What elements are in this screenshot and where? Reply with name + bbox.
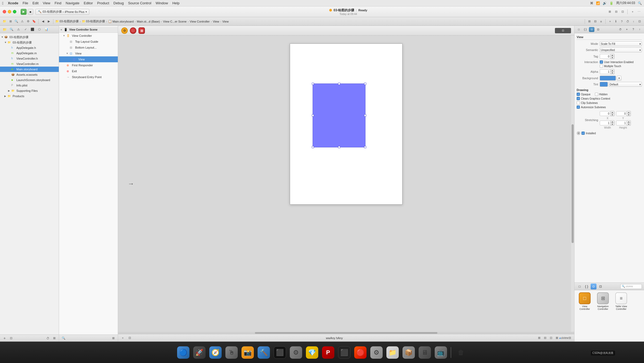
layout-grid[interactable]: ⊞ xyxy=(537,336,541,340)
fullscreen-button[interactable] xyxy=(13,10,16,13)
dock-item-terminal[interactable]: ⬛ xyxy=(273,345,287,360)
folder-icon[interactable]: 📁 xyxy=(2,19,7,24)
clears-graphics-checkbox[interactable]: ✓ Clears Graphics Context xyxy=(577,97,642,100)
background-color-swatch[interactable] xyxy=(600,76,616,81)
add-file-icon[interactable]: ⊞ xyxy=(8,19,13,24)
scene-item-view-parent[interactable]: ▼ ⊡ View xyxy=(59,50,118,56)
sidebar-item-viewcontroller-m[interactable]: m ViewController.m xyxy=(0,61,59,67)
handle-br[interactable] xyxy=(364,146,366,148)
clip-subviews-cb[interactable] xyxy=(577,101,580,104)
handle-ml[interactable] xyxy=(312,114,314,117)
mode-select[interactable]: Scale To Fill ▾ xyxy=(600,41,642,46)
view-mode-3[interactable]: ≡ xyxy=(599,19,603,24)
menu-navigate[interactable]: Navigate xyxy=(66,1,79,5)
stretch-y-down[interactable]: ▼ xyxy=(627,114,631,116)
breadcrumb-3[interactable]: Main.st...d (Base) xyxy=(137,20,160,23)
scene-item-view-child[interactable]: ⊡ View xyxy=(59,56,118,62)
horizontal-scrollbar[interactable] xyxy=(118,332,574,334)
handle-tr[interactable] xyxy=(364,83,366,85)
filter-icon[interactable]: ⚙ xyxy=(26,19,31,24)
dock-item-p[interactable]: P xyxy=(321,345,335,360)
inspector-toggle-2[interactable]: ℹ xyxy=(613,19,618,24)
stretch-w-input[interactable]: 1 xyxy=(600,121,610,125)
dock-item-monitor[interactable]: 🖥 xyxy=(418,345,432,360)
dock-item-app5[interactable]: 📦 xyxy=(401,345,416,360)
dock-item-trash[interactable]: 🗑 xyxy=(454,345,468,360)
scene-item-vc-scene[interactable]: ▼ 📱 View Controller Scene xyxy=(59,27,118,33)
alpha-increment[interactable]: ▲ xyxy=(610,69,614,72)
user-interaction-cb[interactable]: ✓ xyxy=(600,60,603,64)
scene-item-entry-point[interactable]: → Storyboard Entry Point xyxy=(59,74,118,80)
handle-tl[interactable] xyxy=(312,83,314,85)
breadcrumb-5[interactable]: View Controller xyxy=(190,20,210,23)
hidden-checkbox[interactable]: Hidden xyxy=(595,93,608,96)
stretch-w-down[interactable]: ▼ xyxy=(610,123,614,125)
installed-checkbox[interactable]: ✓ Installed xyxy=(581,132,596,135)
menu-product[interactable]: Product xyxy=(97,1,109,5)
view-mode-1[interactable]: ⊞ xyxy=(587,19,592,24)
handle-bl[interactable] xyxy=(312,146,314,148)
multiple-touch-checkbox[interactable]: Multiple Touch xyxy=(600,64,621,68)
sidebar-tab-breakpoints[interactable]: ⬡ xyxy=(37,27,42,32)
tag-increment[interactable]: ▲ xyxy=(610,54,614,56)
sidebar-item-supporting-files[interactable]: ▶ 📁 Supporting Files xyxy=(0,88,59,93)
scene-search[interactable]: 🔍 xyxy=(61,336,66,341)
scene-item-top-layout[interactable]: ⊟ Top Layout Guide xyxy=(59,39,118,45)
sidebar-tab-search[interactable]: 🔍 xyxy=(9,27,14,32)
canvas-tool-3[interactable]: ▦ xyxy=(138,27,145,34)
stretch-w-up[interactable]: ▲ xyxy=(610,121,614,123)
sidebar-item-infoplist[interactable]: P Info.plist xyxy=(0,83,59,88)
menu-source-control[interactable]: Source Control xyxy=(128,1,151,5)
sidebar-tab-files[interactable]: 📁 xyxy=(2,27,7,32)
handle-tm[interactable] xyxy=(338,83,340,85)
tint-color-swatch[interactable] xyxy=(600,82,608,87)
layout-other[interactable]: ⊠ xyxy=(554,336,559,340)
breadcrumb-4[interactable]: View C...er Scene xyxy=(163,20,187,23)
obj-lib-tab-4[interactable]: ⊡ xyxy=(598,284,603,289)
warning-icon[interactable]: ⚠ xyxy=(20,19,25,24)
dock-item-launchpad[interactable]: 🚀 xyxy=(192,345,207,360)
multiple-touch-cb[interactable] xyxy=(600,64,603,68)
opaque-checkbox[interactable]: ✓ Opaque xyxy=(577,93,591,96)
layout-single[interactable]: ⊟ xyxy=(543,336,547,340)
stretch-x-up[interactable]: ▲ xyxy=(610,111,614,114)
search-icon[interactable]: 🔍 xyxy=(638,1,642,5)
inspector-tab-size[interactable]: ⊡ xyxy=(595,27,601,32)
autoresize-subviews-checkbox[interactable]: ✓ Autoresize Subviews xyxy=(577,106,642,109)
menu-view[interactable]: View xyxy=(43,1,50,5)
dock-item-mouse[interactable]: 🖱 xyxy=(224,345,239,360)
sidebar-item-main-storyboard[interactable]: ■ Main.storyboard xyxy=(0,67,59,72)
obj-item-tableview-controller[interactable]: ≡ Table ViewController xyxy=(613,292,629,310)
breadcrumb-6[interactable]: View xyxy=(213,20,219,23)
dock-item-settings[interactable]: ⚙ xyxy=(289,345,303,360)
stretch-y-input[interactable]: 0 xyxy=(616,111,627,116)
stretch-x-down[interactable]: ▼ xyxy=(610,114,614,116)
dock-item-black[interactable]: ⬛ xyxy=(337,345,352,360)
obj-item-nav-controller[interactable]: ⊞ NavigationController xyxy=(595,292,611,310)
scene-item-vc[interactable]: ▼ 🎛 View Controller xyxy=(59,33,118,39)
sidebar-tab-reports[interactable]: 📊 xyxy=(44,27,49,32)
nav-back[interactable]: ◀ xyxy=(41,19,45,24)
canvas-zoom-add[interactable]: ＋ xyxy=(120,336,125,340)
obj-item-view-controller[interactable]: □ ViewController xyxy=(577,292,593,310)
breadcrumb-0[interactable]: 📁 03-绘图的步骤 xyxy=(55,19,79,23)
minimize-button[interactable] xyxy=(8,10,11,13)
dock-item-finder[interactable]: 🔵 xyxy=(176,345,191,360)
run-button[interactable]: ▶ xyxy=(21,9,27,15)
stretch-y-up[interactable]: ▲ xyxy=(627,111,631,114)
sidebar-item-project-root[interactable]: ▼ 📦 03-绘图的步骤 xyxy=(0,34,59,40)
dock-item-files[interactable]: 📁 xyxy=(385,345,400,360)
installed-add-button[interactable]: ＋ xyxy=(577,131,580,135)
menu-help[interactable]: Help xyxy=(172,1,180,5)
user-interaction-checkbox[interactable]: ✓ User Interaction Enabled xyxy=(600,60,634,64)
menu-file[interactable]: File xyxy=(23,1,28,5)
alpha-decrement[interactable]: ▼ xyxy=(610,72,614,74)
sidebar-tab-debug[interactable]: ⬛ xyxy=(30,27,35,32)
scene-item-bottom-layout[interactable]: ⊟ Bottom Layout... xyxy=(59,45,118,50)
horizontal-scrollbar-thumb[interactable] xyxy=(255,332,437,334)
blue-view[interactable] xyxy=(313,84,365,147)
menu-edit[interactable]: Edit xyxy=(32,1,38,5)
debug-toggle[interactable]: ⊟ xyxy=(614,9,619,14)
menu-editor[interactable]: Editor xyxy=(84,1,93,5)
tint-select[interactable]: Default ▾ xyxy=(609,82,642,87)
